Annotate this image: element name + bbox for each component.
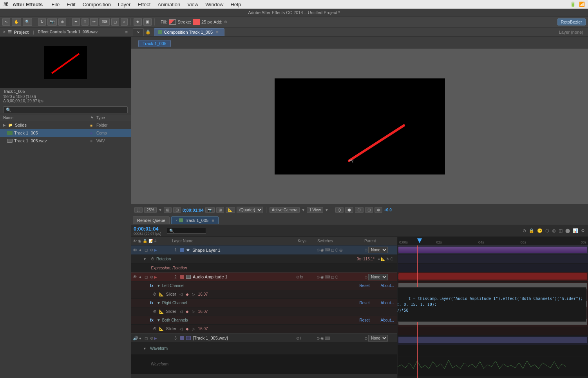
comp-tab-track1005[interactable]: Composition Track 1_005 ≡ bbox=[154, 28, 224, 36]
tool-pan[interactable]: ⊕ bbox=[58, 18, 66, 26]
item-type-comp: Comp bbox=[96, 131, 128, 135]
comp-close-btn[interactable]: × bbox=[133, 28, 144, 36]
viewer-view-select[interactable]: 1 View bbox=[307, 207, 323, 213]
menu-composition[interactable]: Composition bbox=[80, 1, 114, 8]
fill-color-swatch[interactable] bbox=[169, 19, 176, 25]
panel-close[interactable]: × bbox=[3, 30, 5, 34]
bothchannel-about[interactable]: About... bbox=[381, 318, 394, 322]
leftchannel-about[interactable]: About... bbox=[381, 284, 394, 288]
viewer-exposure-btn[interactable]: ⊕ bbox=[375, 207, 382, 213]
tool-pen[interactable]: ✒ bbox=[72, 18, 80, 26]
menu-edit[interactable]: Edit bbox=[63, 1, 78, 8]
viewer-snap-btn[interactable]: ⬚ bbox=[134, 207, 143, 213]
project-item-wav[interactable]: ▶ Track 1_005.wav ■ WAV bbox=[0, 137, 131, 145]
layer3-parent-select[interactable]: None bbox=[368, 335, 388, 342]
preview-size: 1920 x 1080 (1.00) bbox=[3, 94, 128, 99]
viewer-pixel-btn[interactable]: ⊡ bbox=[173, 207, 181, 213]
render-queue-tab[interactable]: Render Queue bbox=[133, 216, 170, 224]
rightchannel-reset[interactable]: Reset bbox=[359, 301, 369, 305]
viewer-gl-btn[interactable]: ⬢ bbox=[345, 207, 353, 213]
tool-zoom[interactable]: 🔍 bbox=[23, 18, 32, 26]
layer1-vis[interactable]: 👁 bbox=[133, 248, 138, 253]
menu-window[interactable]: Window bbox=[202, 1, 226, 8]
tl-fb-btn[interactable]: ◫ bbox=[558, 227, 563, 234]
tl-fps: 00034 (29.97 fps) bbox=[134, 232, 161, 236]
viewer-3d-btn[interactable]: ⬡ bbox=[335, 207, 344, 213]
tool-mask[interactable]: ▣ bbox=[143, 18, 152, 26]
item-type-solids: Folder bbox=[96, 123, 128, 127]
viewer-area[interactable] bbox=[131, 49, 588, 204]
tl-solo-btn[interactable]: ⊙ bbox=[522, 227, 527, 234]
tl-live-btn[interactable]: ⬤ bbox=[564, 227, 571, 234]
tl-chart-btn[interactable]: 📊 bbox=[572, 227, 579, 234]
viewer-zoom-btn[interactable]: 25% bbox=[144, 207, 157, 213]
tl-shy-btn[interactable]: 😶 bbox=[536, 227, 543, 234]
layer1-parent-select[interactable]: None bbox=[368, 247, 388, 253]
viewer-grid-btn[interactable]: ⊞ bbox=[216, 207, 224, 213]
apple-icon[interactable]: ⌘ bbox=[3, 1, 9, 7]
comp-name-tab[interactable]: Track 1_005 bbox=[138, 40, 171, 47]
tool-hand[interactable]: ✋ bbox=[12, 18, 21, 26]
effect-controls-tab[interactable]: Effect Controls Track 1_005.wav bbox=[38, 30, 98, 34]
ruler-6s: 06s bbox=[502, 240, 545, 244]
tl-tab-close[interactable]: × bbox=[175, 218, 177, 222]
roto-bezier-button[interactable]: RotoBezier bbox=[557, 18, 586, 25]
tool-paint[interactable]: ✏ bbox=[90, 18, 98, 26]
tool-clone[interactable]: ⌨ bbox=[100, 18, 110, 26]
leftch-diamond: ◆ bbox=[186, 292, 189, 296]
viewer-camera-select[interactable]: Active Camera bbox=[270, 207, 300, 213]
add-label: Add: bbox=[213, 20, 223, 24]
tool-shape[interactable]: ★ bbox=[134, 18, 142, 26]
preview-duration: Δ 0;00;09;10, 29.97 fps bbox=[3, 99, 128, 103]
project-search-input[interactable] bbox=[3, 106, 128, 113]
viewer-frame-btn[interactable]: ⊞ bbox=[164, 207, 172, 213]
track-row-1 bbox=[398, 245, 588, 255]
layer1-rotation-row: ▼ ⏱ Rotation 0x+115.1° = 📐 ↻ ⏱ bbox=[131, 255, 397, 264]
layer-row-1[interactable]: 👁 ● ◻ ⊙ ▶ 1 ★ Shape Layer 1 ⊙◉⌨◻⬡◎ bbox=[131, 245, 397, 255]
tool-puppet[interactable]: ⟐ bbox=[121, 18, 128, 26]
menu-file[interactable]: File bbox=[48, 1, 63, 8]
tool-select[interactable]: ↖ bbox=[2, 18, 10, 26]
layer-row-2[interactable]: 👁 ● ◻ ⊙ ▶ 2 Audio Amplitude 1 ⊙ fx bbox=[131, 272, 397, 282]
viewer-timecode[interactable]: 0;00;01;04 bbox=[183, 208, 204, 213]
layer-row-3[interactable]: 🔊 ● ◻ ⊙ ▶ 3 [Track 1_005.wav] ⊙ / bbox=[131, 333, 397, 343]
tool-rotate[interactable]: ↻ bbox=[38, 18, 46, 26]
tl-collapse-btn[interactable]: ⬡ bbox=[545, 227, 550, 234]
rightchannel-about[interactable]: About... bbox=[381, 301, 394, 305]
svg-rect-2 bbox=[275, 78, 445, 174]
viewer-snap2-btn[interactable]: ⊡ bbox=[365, 207, 373, 213]
viewer-ruler-btn[interactable]: 📐 bbox=[226, 207, 235, 213]
tl-lock-btn[interactable]: 🔒 bbox=[528, 227, 535, 234]
fx-label1: fx bbox=[150, 284, 154, 288]
tool-eraser[interactable]: ◻ bbox=[111, 18, 119, 26]
panel-menu-btn[interactable]: ≡ bbox=[125, 30, 128, 35]
tool-text[interactable]: T bbox=[81, 18, 89, 26]
tool-camera[interactable]: 📷 bbox=[47, 18, 57, 26]
tl-settings-btn[interactable]: ⚙ bbox=[580, 227, 586, 234]
tl-timecode[interactable]: 0;00;01;04 bbox=[134, 226, 161, 232]
menu-animation[interactable]: Animation bbox=[154, 1, 183, 8]
layer2-parent-select[interactable]: None bbox=[368, 274, 388, 280]
viewer-fps-btn[interactable]: ⏱ bbox=[355, 207, 364, 213]
layer3-vis[interactable]: 🔊 bbox=[133, 336, 138, 341]
comp-tab-icon bbox=[158, 30, 162, 34]
stroke-color-swatch[interactable] bbox=[193, 19, 200, 25]
layer3-audio-icon bbox=[186, 336, 191, 340]
layer2-leftchannel-slider: ⏱ 📐 Slider ◁ ◆ ▷ 16.07 bbox=[131, 290, 397, 299]
bothchannel-reset[interactable]: Reset bbox=[359, 318, 369, 322]
leftchannel-reset[interactable]: Reset bbox=[359, 284, 369, 288]
timeline-comp-tab[interactable]: × Track 1_005 ≡ bbox=[171, 216, 218, 224]
menu-view[interactable]: View bbox=[184, 1, 201, 8]
project-item-solids[interactable]: ▶ 📁 Solids ■ Folder bbox=[0, 121, 131, 129]
viewer-quality-select[interactable]: (Quarter) bbox=[237, 207, 263, 213]
menu-effect[interactable]: Effect bbox=[134, 1, 154, 8]
menu-help[interactable]: Help bbox=[227, 1, 244, 8]
menu-layer[interactable]: Layer bbox=[115, 1, 134, 8]
tl-ao-btn[interactable]: ◎ bbox=[551, 227, 557, 234]
tl-search-input[interactable] bbox=[167, 228, 206, 234]
comp-name-area: Track 1_005 bbox=[131, 37, 588, 49]
layer2-vis[interactable]: 👁 bbox=[133, 274, 138, 279]
viewer-cam-btn[interactable]: 📷 bbox=[205, 207, 215, 213]
project-item-comp[interactable]: ▶ Track 1_005 ■ Comp bbox=[0, 129, 131, 137]
waveform-expand: ▼ bbox=[143, 347, 148, 351]
